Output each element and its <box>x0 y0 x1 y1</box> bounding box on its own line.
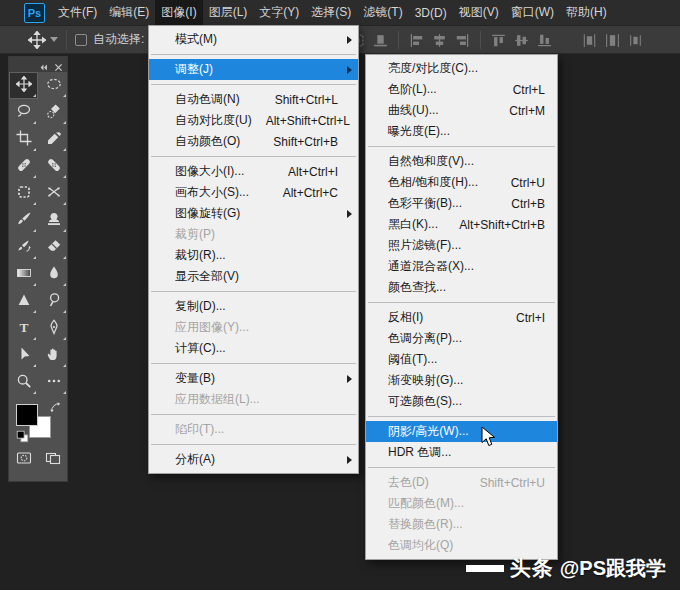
adjust-submenu-item-curves[interactable]: 曲线(U)...Ctrl+M <box>366 100 557 121</box>
align-center-h-icon[interactable] <box>431 32 448 49</box>
distribute-center-icon[interactable] <box>604 32 621 49</box>
adjust-submenu-item-threshold[interactable]: 阈值(T)... <box>366 349 557 370</box>
marquee-tool[interactable] <box>39 72 68 99</box>
menubar-item-file[interactable]: 文件(F) <box>52 0 103 25</box>
eraser-tool[interactable] <box>39 234 68 261</box>
image-menu-item-crop[interactable]: 裁剪(P) <box>149 224 358 245</box>
adjust-submenu-item-selective-color[interactable]: 可选颜色(S)... <box>366 391 557 412</box>
menubar-item-help[interactable]: 帮助(H) <box>560 0 613 25</box>
dashed-frame-tool[interactable] <box>9 180 38 207</box>
zoom-tool[interactable] <box>9 369 38 396</box>
clone-stamp-tool[interactable] <box>39 207 68 234</box>
adjust-submenu-item-exposure[interactable]: 曝光度(E)... <box>366 121 557 142</box>
path-selection-tool[interactable] <box>9 342 38 369</box>
adjust-submenu-item-equalize[interactable]: 色调均化(Q) <box>366 535 557 556</box>
sharpen-tool[interactable] <box>9 288 38 315</box>
quick-selection-tool[interactable] <box>39 99 68 126</box>
align-bottom-icon[interactable] <box>536 32 553 49</box>
distribute-left-icon[interactable] <box>581 32 598 49</box>
adjust-submenu-item-desaturate[interactable]: 去色(D)Shift+Ctrl+U <box>366 472 557 493</box>
image-menu-item-reveal-all[interactable]: 显示全部(V) <box>149 266 358 287</box>
menu-item-label: 自动颜色(O) <box>175 133 240 150</box>
lasso-tool[interactable] <box>9 99 38 126</box>
image-menu-item-trap[interactable]: 陷印(T)... <box>149 419 358 440</box>
collapse-panel-icon[interactable] <box>38 59 49 70</box>
chevron-down-icon[interactable] <box>50 37 58 42</box>
content-aware-move-tool[interactable] <box>39 180 68 207</box>
menubar-item-view[interactable]: 视图(V) <box>453 0 505 25</box>
pen-tool[interactable] <box>39 315 68 342</box>
image-menu-item-duplicate[interactable]: 复制(D)... <box>149 296 358 317</box>
gradient-tool[interactable] <box>9 261 38 288</box>
quick-mask-button[interactable] <box>9 446 38 473</box>
adjust-submenu-item-replace-color[interactable]: 替换颜色(R)... <box>366 514 557 535</box>
menubar-item-filter[interactable]: 滤镜(T) <box>357 0 408 25</box>
foreground-color-swatch[interactable] <box>16 404 38 426</box>
more-tools-tool[interactable] <box>39 369 68 396</box>
image-menu-item-analysis[interactable]: 分析(A) <box>149 449 358 470</box>
dodge-tool[interactable] <box>39 288 68 315</box>
adjust-submenu-item-match-color[interactable]: 匹配颜色(M)... <box>366 493 557 514</box>
auto-select-checkbox[interactable] <box>75 34 87 46</box>
menubar-item-type[interactable]: 文字(Y) <box>253 0 305 25</box>
screen-mode-button[interactable] <box>38 446 67 473</box>
close-panel-icon[interactable] <box>53 59 64 70</box>
image-menu-item-variables[interactable]: 变量(B) <box>149 368 358 389</box>
adjust-submenu-item-gradient-map[interactable]: 渐变映射(G)... <box>366 370 557 391</box>
distribute-right-icon[interactable] <box>627 32 644 49</box>
blur-tool[interactable] <box>39 261 68 288</box>
menu-item-label: 阴影/高光(W)... <box>388 423 469 440</box>
image-menu-item-adjustments[interactable]: 调整(J) <box>149 59 358 80</box>
adjust-submenu-item-hue-saturation[interactable]: 色相/饱和度(H)...Ctrl+U <box>366 172 557 193</box>
align-podium-icon[interactable] <box>372 32 389 49</box>
image-menu-item-canvas-size[interactable]: 画布大小(S)...Alt+Ctrl+C <box>149 182 358 203</box>
align-left-icon[interactable] <box>408 32 425 49</box>
menubar-item-threed[interactable]: 3D(D) <box>409 0 453 25</box>
adjust-submenu-item-photo-filter[interactable]: 照片滤镜(F)... <box>366 235 557 256</box>
image-menu-item-apply-data-set[interactable]: 应用数据组(L)... <box>149 389 358 410</box>
menu-item-label: 可选颜色(S)... <box>388 393 462 410</box>
default-colors-icon[interactable] <box>16 429 29 442</box>
hand-tool[interactable] <box>39 342 68 369</box>
color-swatches <box>16 400 62 442</box>
adjust-submenu-item-color-balance[interactable]: 色彩平衡(B)...Ctrl+B <box>366 193 557 214</box>
image-menu-item-image-rotation[interactable]: 图像旋转(G) <box>149 203 358 224</box>
menubar-item-layer[interactable]: 图层(L) <box>203 0 254 25</box>
menubar-item-select[interactable]: 选择(S) <box>305 0 357 25</box>
adjust-submenu-item-black-white[interactable]: 黑白(K)...Alt+Shift+Ctrl+B <box>366 214 557 235</box>
healing-brush-tool[interactable] <box>39 153 68 180</box>
image-menu-item-auto-color[interactable]: 自动颜色(O)Shift+Ctrl+B <box>149 131 358 152</box>
adjust-submenu-item-vibrance[interactable]: 自然饱和度(V)... <box>366 151 557 172</box>
type-tool[interactable]: T <box>9 315 38 342</box>
brush-tool[interactable] <box>9 207 38 234</box>
adjust-submenu-item-invert[interactable]: 反相(I)Ctrl+I <box>366 307 557 328</box>
history-brush-tool[interactable] <box>9 234 38 261</box>
menubar-item-window[interactable]: 窗口(W) <box>505 0 560 25</box>
watermark-brand: 头条 <box>510 554 554 582</box>
adjust-submenu-item-levels[interactable]: 色阶(L)...Ctrl+L <box>366 79 557 100</box>
menubar-item-edit[interactable]: 编辑(E) <box>103 0 155 25</box>
image-menu-item-image-size[interactable]: 图像大小(I)...Alt+Ctrl+I <box>149 161 358 182</box>
align-middle-icon[interactable] <box>513 32 530 49</box>
adjust-submenu-item-hdr-toning[interactable]: HDR 色调... <box>366 442 557 463</box>
image-menu-item-auto-tone[interactable]: 自动色调(N)Shift+Ctrl+L <box>149 89 358 110</box>
crop-tool[interactable] <box>9 126 38 153</box>
adjust-submenu-item-channel-mixer[interactable]: 通道混合器(X)... <box>366 256 557 277</box>
move-tool[interactable] <box>9 72 38 99</box>
swap-colors-icon[interactable] <box>49 400 62 413</box>
adjust-submenu-item-color-lookup[interactable]: 颜色查找... <box>366 277 557 298</box>
image-menu-item-mode[interactable]: 模式(M) <box>149 29 358 50</box>
adjust-submenu-item-posterize[interactable]: 色调分离(P)... <box>366 328 557 349</box>
align-top-icon[interactable] <box>490 32 507 49</box>
image-menu-item-calculations[interactable]: 计算(C)... <box>149 338 358 359</box>
eyedropper-tool[interactable] <box>39 126 68 153</box>
menubar-item-image[interactable]: 图像(I) <box>155 0 202 25</box>
watermark: 头条 @PS跟我学 <box>466 554 666 582</box>
adjust-submenu-item-brightness-contrast[interactable]: 亮度/对比度(C)... <box>366 58 557 79</box>
adjust-submenu-item-shadows-highlights[interactable]: 阴影/高光(W)... <box>366 421 557 442</box>
image-menu-item-auto-contrast[interactable]: 自动对比度(U)Alt+Shift+Ctrl+L <box>149 110 358 131</box>
align-right-icon[interactable] <box>454 32 471 49</box>
image-menu-item-trim[interactable]: 裁切(R)... <box>149 245 358 266</box>
image-menu-item-apply-image[interactable]: 应用图像(Y)... <box>149 317 358 338</box>
spot-healing-tool[interactable] <box>9 153 38 180</box>
